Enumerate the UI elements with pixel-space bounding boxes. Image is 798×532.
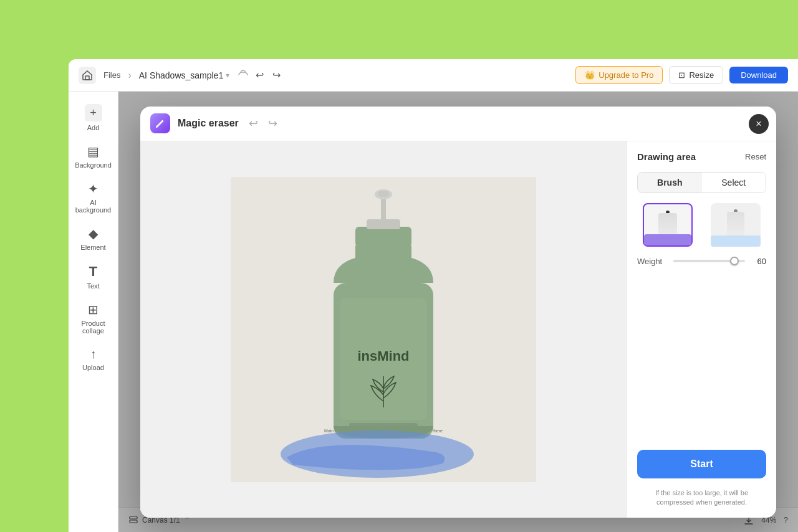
svg-rect-3 (355, 227, 411, 247)
left-sidebar: + Add ▤ Background ✦ AI background ◆ Ele… (69, 92, 118, 532)
product-collage-icon: ⊞ (88, 302, 99, 317)
sidebar-item-background[interactable]: ▤ Background (71, 139, 116, 174)
add-icon: + (85, 104, 102, 121)
sidebar-item-upload[interactable]: ↑ Upload (71, 342, 116, 376)
modal-right-panel: Drawing area Reset Brush Select (627, 141, 776, 518)
files-label: Files (103, 70, 120, 80)
magic-eraser-modal: Magic eraser ↩ ↪ × (140, 107, 776, 518)
weight-slider-track (673, 260, 734, 262)
brush-option-2[interactable] (706, 203, 767, 247)
eraser-fill-2 (711, 235, 761, 247)
upgrade-button[interactable]: 👑 Upgrade to Pro (575, 66, 663, 84)
brush-fill-1 (644, 234, 691, 245)
weight-label: Weight (637, 257, 667, 266)
top-bar-actions: 👑 Upgrade to Pro ⊡ Resize Download (575, 66, 788, 84)
top-bar: Files › AI Shadows_sample1 ▾ ↩ ↪ 👑 Upgra… (69, 59, 798, 92)
svg-rect-5 (381, 196, 386, 222)
modal-body: insMind (140, 141, 776, 518)
modal-redo-button[interactable]: ↪ (266, 114, 280, 133)
save-cloud-icon (237, 67, 249, 79)
modal-footer-text: If the size is too large, it will be com… (637, 488, 766, 508)
magic-eraser-header-icon (150, 113, 170, 133)
sidebar-add-label: Add (87, 124, 100, 131)
reset-button[interactable]: Reset (745, 152, 766, 161)
sidebar-ai-bg-label: AI background (75, 199, 112, 214)
download-button[interactable]: Download (729, 67, 788, 83)
drawing-area-title: Drawing area (637, 151, 696, 162)
modal-undo-button[interactable]: ↩ (246, 114, 261, 133)
svg-rect-7 (378, 191, 389, 197)
sidebar-text-label: Text (87, 282, 99, 290)
modal-title: Magic eraser (178, 118, 239, 129)
undo-button[interactable]: ↩ (253, 67, 266, 83)
brush-preview-1 (643, 203, 693, 247)
undo-redo-group: ↩ ↪ (237, 67, 283, 83)
home-button[interactable] (79, 67, 96, 84)
brush-option-1[interactable] (637, 203, 698, 247)
select-tab[interactable]: Select (702, 173, 766, 192)
brush-select-tabs: Brush Select (637, 172, 766, 193)
redo-button[interactable]: ↪ (270, 67, 283, 83)
weight-value: 60 (751, 257, 766, 266)
modal-overlay: Magic eraser ↩ ↪ × (118, 92, 798, 532)
background-icon: ▤ (87, 144, 99, 159)
modal-spacer (637, 276, 766, 440)
ai-background-icon: ✦ (88, 181, 99, 196)
sidebar-item-ai-background[interactable]: ✦ AI background (71, 176, 116, 219)
resize-button[interactable]: ⊡ Resize (669, 66, 723, 84)
separator: › (128, 70, 131, 81)
weight-row: Weight 60 (637, 257, 766, 266)
resize-icon: ⊡ (678, 70, 685, 80)
product-image: insMind (231, 177, 536, 482)
app-window: Files › AI Shadows_sample1 ▾ ↩ ↪ 👑 Upgra… (69, 59, 798, 532)
modal-close-button[interactable]: × (749, 114, 769, 134)
brush-options (637, 203, 766, 247)
canvas-area[interactable]: insMind (140, 141, 627, 518)
start-button[interactable]: Start (637, 450, 766, 478)
sidebar-upload-label: Upload (82, 364, 104, 371)
sidebar-product-label: Product collage (77, 320, 110, 335)
brush-tab[interactable]: Brush (638, 173, 702, 192)
text-icon: T (89, 264, 97, 280)
crown-icon: 👑 (585, 70, 595, 80)
content-area: Magic eraser ↩ ↪ × (118, 92, 798, 532)
sidebar-background-label: Background (75, 161, 112, 169)
element-icon: ◆ (89, 226, 98, 241)
sidebar-item-product-collage[interactable]: ⊞ Product collage (71, 297, 116, 340)
weight-slider[interactable] (673, 260, 745, 262)
modal-header: Magic eraser ↩ ↪ × (140, 107, 776, 141)
sidebar-item-add[interactable]: + Add (71, 99, 116, 136)
canvas-image: insMind (231, 177, 536, 482)
drawing-area-header: Drawing area Reset (637, 151, 766, 162)
weight-slider-thumb (730, 257, 739, 265)
modal-undo-redo: ↩ ↪ (246, 114, 280, 133)
sidebar-item-text[interactable]: T Text (71, 259, 116, 295)
svg-text:insMind: insMind (357, 348, 409, 364)
svg-rect-0 (85, 76, 89, 80)
upload-icon: ↑ (90, 347, 97, 361)
sidebar-element-label: Element (80, 244, 105, 251)
project-title: AI Shadows_sample1 ▾ (139, 70, 229, 80)
sidebar-item-element[interactable]: ◆ Element (71, 221, 116, 256)
brush-preview-2 (711, 203, 761, 247)
